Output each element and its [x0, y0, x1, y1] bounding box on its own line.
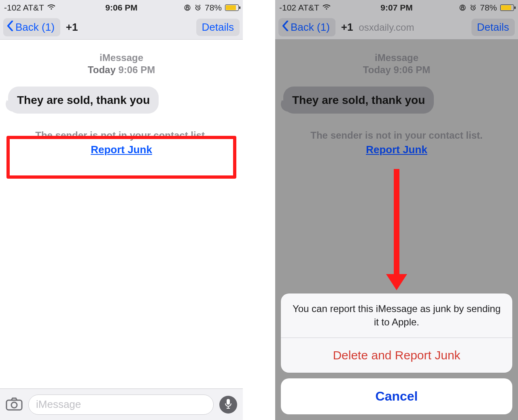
status-bar: -102 AT&T 9:06 PM 78%: [0, 0, 243, 15]
message-placeholder: iMessage: [36, 398, 81, 411]
phone-screenshot-left: -102 AT&T 9:06 PM 78%: [0, 0, 243, 420]
incoming-message-bubble[interactable]: They are sold, thank you: [8, 87, 159, 114]
phone-screenshot-right: -102 AT&T 9:07 PM 78%: [275, 0, 518, 420]
alarm-icon: [469, 4, 477, 11]
unknown-sender-notice: The sender is not in your contact list. …: [283, 130, 510, 156]
watermark-domain: osxdaily.com: [359, 22, 414, 33]
message-input[interactable]: iMessage: [28, 395, 214, 415]
contact-name[interactable]: +1: [66, 21, 78, 34]
service-label: iMessage: [0, 52, 243, 64]
cancel-button[interactable]: Cancel: [281, 378, 512, 414]
contact-name[interactable]: +1: [341, 21, 353, 34]
dictation-button[interactable]: [219, 396, 237, 414]
message-thread: iMessage Today 9:06 PM They are sold, th…: [0, 40, 243, 388]
battery-icon: [500, 4, 514, 11]
svg-rect-5: [227, 399, 230, 405]
battery-icon: [225, 4, 239, 11]
back-button[interactable]: Back (1): [278, 18, 335, 36]
annotation-arrow: [386, 169, 407, 290]
carrier-label: -102 AT&T: [279, 3, 319, 13]
wifi-icon: [323, 4, 331, 11]
back-label: Back (1): [291, 21, 330, 34]
battery-pct-label: 78%: [480, 3, 497, 13]
annotation-highlight-box: [6, 136, 236, 179]
orientation-lock-icon: [184, 4, 191, 11]
nav-bar: Back (1) +1 osxdaily.com Details: [275, 15, 518, 40]
day-label: Today: [363, 64, 391, 75]
details-button[interactable]: Details: [471, 19, 515, 36]
thread-header: iMessage Today 9:06 PM: [275, 52, 518, 76]
incoming-message-bubble[interactable]: They are sold, thank you: [283, 87, 434, 114]
alarm-icon: [194, 4, 202, 11]
delete-report-junk-button[interactable]: Delete and Report Junk: [281, 338, 512, 373]
svg-point-4: [11, 402, 17, 408]
chevron-left-icon: [6, 21, 14, 34]
report-junk-link[interactable]: Report Junk: [366, 144, 427, 156]
day-label: Today: [88, 64, 116, 75]
chevron-left-icon: [282, 21, 289, 34]
wifi-icon: [47, 4, 56, 11]
compose-bar: iMessage: [0, 388, 243, 420]
back-button[interactable]: Back (1): [3, 18, 60, 36]
nav-bar: Back (1) +1 Details: [0, 15, 243, 40]
microphone-icon: [225, 399, 232, 411]
action-sheet-message: You can report this iMessage as junk by …: [281, 293, 512, 338]
action-sheet: You can report this iMessage as junk by …: [281, 293, 512, 414]
details-button[interactable]: Details: [196, 19, 240, 36]
svg-rect-1: [186, 7, 189, 9]
svg-rect-7: [461, 7, 464, 9]
layout-gap: [243, 0, 275, 420]
time-label: 9:06 PM: [393, 64, 430, 75]
service-label: iMessage: [275, 52, 518, 64]
carrier-label: -102 AT&T: [4, 3, 44, 13]
orientation-lock-icon: [459, 4, 466, 11]
time-label: 9:06 PM: [118, 64, 155, 75]
thread-header: iMessage Today 9:06 PM: [0, 52, 243, 76]
status-bar: -102 AT&T 9:07 PM 78%: [275, 0, 518, 15]
battery-pct-label: 78%: [205, 3, 222, 13]
camera-icon[interactable]: [6, 397, 23, 412]
notice-text: The sender is not in your contact list.: [283, 130, 510, 141]
back-label: Back (1): [15, 21, 55, 34]
